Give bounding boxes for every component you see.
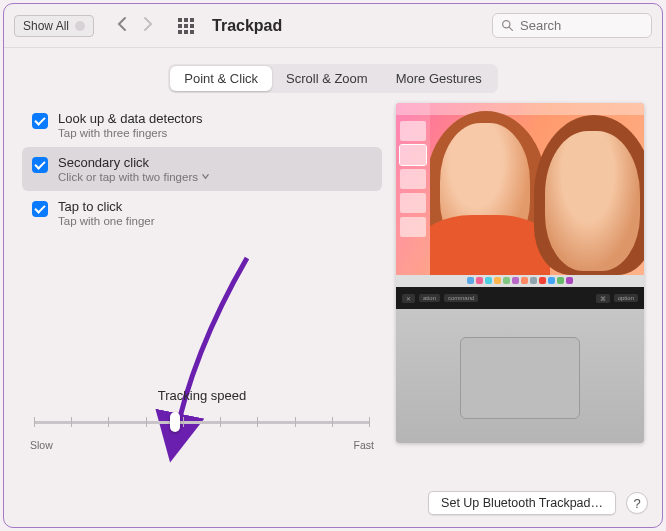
checkbox[interactable] [32,201,48,217]
preview-screen [396,103,644,275]
tracking-speed-section: Tracking speed Slow Fast [22,378,382,471]
toggle-knob-icon [75,21,85,31]
search-field[interactable] [492,13,652,38]
preview-dock [396,275,644,287]
chevron-down-icon [201,171,210,183]
svg-line-1 [509,27,512,30]
tab-bar: Point & Click Scroll & Zoom More Gesture… [4,48,662,103]
slider-thumb[interactable] [170,412,180,432]
segmented-control: Point & Click Scroll & Zoom More Gesture… [168,64,497,93]
show-all-label: Show All [23,19,69,33]
tab-more-gestures[interactable]: More Gestures [382,66,496,91]
show-all-button[interactable]: Show All [14,15,94,37]
option-tap-to-click[interactable]: Tap to click Tap with one finger [22,191,382,235]
chevron-left-icon [116,16,128,32]
slider-end-labels: Slow Fast [30,439,374,451]
window-title: Trackpad [212,17,282,35]
option-sub-text: Click or tap with two fingers [58,171,198,183]
slider-min-label: Slow [30,439,53,451]
option-text: Secondary click Click or tap with two fi… [58,155,210,183]
option-sub: Tap with one finger [58,215,155,227]
preview-touchbar: ✕ationcommand⌘option [396,287,644,309]
option-secondary-click[interactable]: Secondary click Click or tap with two fi… [22,147,382,191]
option-lookup[interactable]: Look up & data detectors Tap with three … [22,103,382,147]
preview-trackpad-icon [460,337,580,419]
checkbox[interactable] [32,113,48,129]
help-button[interactable]: ? [626,492,648,514]
tab-scroll-zoom[interactable]: Scroll & Zoom [272,66,382,91]
option-sub: Tap with three fingers [58,127,203,139]
slider-ticks [34,417,370,427]
toolbar: Show All Trackpad [4,4,662,48]
option-sub-dropdown[interactable]: Click or tap with two fingers [58,171,210,183]
preview-laptop-body [396,309,644,443]
setup-bluetooth-button[interactable]: Set Up Bluetooth Trackpad… [428,491,616,515]
preview-panel: ✕ationcommand⌘option [396,103,644,471]
footer: Set Up Bluetooth Trackpad… ? [4,483,662,527]
option-text: Look up & data detectors Tap with three … [58,111,203,139]
checkbox[interactable] [32,157,48,173]
slider-max-label: Fast [354,439,374,451]
chevron-right-icon [142,16,154,32]
search-input[interactable] [520,18,640,33]
tracking-speed-slider[interactable] [34,413,370,431]
search-icon [501,19,514,32]
preferences-window: Show All Trackpad Point & Click Scroll &… [3,3,663,528]
option-label: Tap to click [58,199,155,214]
trackpad-preview-image: ✕ationcommand⌘option [396,103,644,443]
back-button[interactable] [116,16,128,36]
option-label: Look up & data detectors [58,111,203,126]
grid-icon[interactable] [178,18,194,34]
tracking-speed-label: Tracking speed [28,388,376,403]
nav-buttons [116,16,154,36]
option-label: Secondary click [58,155,210,170]
option-text: Tap to click Tap with one finger [58,199,155,227]
tab-point-click[interactable]: Point & Click [170,66,272,91]
options-panel: Look up & data detectors Tap with three … [22,103,382,471]
content-area: Look up & data detectors Tap with three … [4,103,662,483]
forward-button[interactable] [142,16,154,36]
